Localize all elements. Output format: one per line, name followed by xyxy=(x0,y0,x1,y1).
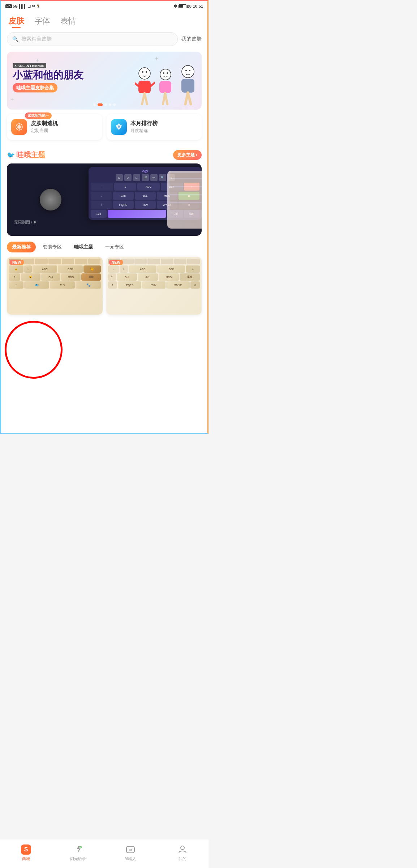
kb-key-ghi: GHI xyxy=(113,192,134,200)
kb-key-1: ' xyxy=(91,183,113,191)
status-left: HD 5G ▌▌▌ ☐ ✉ 🐧 xyxy=(5,4,40,8)
decoration-plus-3: + xyxy=(36,57,39,64)
svg-point-8 xyxy=(160,69,171,80)
ranking-sub: 月度精选 xyxy=(130,128,158,134)
kb-key-space xyxy=(108,210,166,218)
kb-icon-emoji: ☺ xyxy=(124,174,132,181)
kb-icon-pen: ✏ xyxy=(150,174,158,181)
dot-2 xyxy=(98,103,103,106)
keyboard-dark-preview: 无限制图 / ▶ xyxy=(7,163,95,236)
kb-icon-clip: □ xyxy=(133,174,140,181)
svg-point-9 xyxy=(163,72,164,74)
battery: 28 xyxy=(179,4,192,8)
search-area: 🔍 搜索精美皮肤 我的皮肤 xyxy=(1,29,207,49)
character-red xyxy=(135,66,155,110)
keyboard-dark-label: 无限制图 / ▶ xyxy=(14,220,37,225)
banner-title-area: XIAOLAN FRIENDS 小蓝和他的朋友 哇哦主题皮肤合集 xyxy=(13,63,83,93)
more-themes-button[interactable]: 更多主题 › xyxy=(173,150,202,160)
banner-characters xyxy=(108,55,202,110)
banner-dots xyxy=(93,103,116,106)
svg-point-14 xyxy=(182,65,194,78)
svg-line-19 xyxy=(188,93,191,104)
theme-section-header: 🐦 哇哦主题 更多主题 › xyxy=(1,144,207,163)
skin-card-1[interactable]: NEW S 🐱 xyxy=(7,257,103,315)
tab-emoji[interactable]: 表情 xyxy=(60,16,76,26)
phone-frame: HD 5G ▌▌▌ ☐ ✉ 🐧 ✻ 28 10:51 皮肤 字体 表情 🔍 搜索… xyxy=(0,0,208,434)
status-bar: HD 5G ▌▌▌ ☐ ✉ 🐧 ✻ 28 10:51 xyxy=(1,1,207,11)
kb-icon-mic: 🎤 xyxy=(142,174,149,181)
svg-rect-11 xyxy=(159,81,171,93)
dot-4 xyxy=(109,103,111,106)
keyboard-right-thumb xyxy=(167,171,202,229)
svg-point-24 xyxy=(118,125,120,128)
keyboard-preview: 无限制图 / ▶ ·ogy· S ☺ □ 🎤 ✏ 🔍 ∨ ' 1 xyxy=(7,163,202,236)
svg-point-2 xyxy=(146,71,147,73)
banner-title: 小蓝和他的朋友 xyxy=(13,70,83,81)
xiaolan-badge: XIAOLAN FRIENDS xyxy=(13,63,46,68)
title-bird-icon: 🐦 xyxy=(7,151,15,159)
skin-maker-text: 皮肤制造机 定制专属 xyxy=(31,120,58,134)
feature-cards: 试试新功能～ 皮肤制造机 定制专属 xyxy=(7,114,202,140)
kb-icon-s: S xyxy=(116,174,123,181)
kb-key-dot: . xyxy=(91,192,112,200)
feature-card-ranking[interactable]: 本月排行榜 月度精选 xyxy=(107,114,202,140)
kb-key-tuv: TUV xyxy=(135,201,156,209)
skin-grid: NEW S 🐱 xyxy=(1,257,207,351)
feature-card-skin-maker[interactable]: 试试新功能～ 皮肤制造机 定制专属 xyxy=(7,114,102,140)
skin-keyboard-beige: S 🐱 1 ABC DE xyxy=(7,257,103,315)
banner[interactable]: + + + XIAOLAN FRIENDS 小蓝和他的朋友 哇哦主题皮肤合集 xyxy=(7,52,202,110)
skin-maker-icon xyxy=(11,119,27,135)
skin-badge-1: NEW xyxy=(10,260,24,265)
ranking-name: 本月排行榜 xyxy=(130,120,158,127)
ranking-text: 本月排行榜 月度精选 xyxy=(130,120,158,134)
svg-line-6 xyxy=(135,82,138,86)
kb-key-1num: 1 xyxy=(114,183,136,191)
signal-strength: 5G xyxy=(13,4,18,8)
notification-icon: ☐ xyxy=(27,4,31,8)
cat-tab-waowa[interactable]: 哇哦主题 xyxy=(69,242,98,252)
skin-maker-sub: 定制专属 xyxy=(31,128,58,134)
search-icon: 🔍 xyxy=(12,36,18,42)
ranking-icon xyxy=(111,119,127,135)
keyboard-circle-button xyxy=(40,189,61,210)
kb-key-123: 123 xyxy=(91,210,106,218)
mail-icon: ✉ xyxy=(32,4,35,8)
time: 10:51 xyxy=(193,4,203,8)
tab-font[interactable]: 字体 xyxy=(34,16,50,26)
svg-line-7 xyxy=(151,82,155,86)
svg-rect-22 xyxy=(19,123,20,125)
battery-level: 28 xyxy=(187,4,192,8)
theme-title: 🐦 哇哦主题 xyxy=(7,150,45,160)
qq-icon: 🐧 xyxy=(36,4,40,8)
cat-tab-bundle[interactable]: 套装专区 xyxy=(38,242,67,252)
dot-1 xyxy=(93,103,96,106)
waowa-theme-label: 哇哦主题 xyxy=(16,150,45,160)
skin-keyboard-cream: S · 1 ABC DEF × xyxy=(106,257,202,315)
svg-point-16 xyxy=(189,70,190,71)
svg-point-0 xyxy=(139,68,150,79)
status-right: ✻ 28 10:51 xyxy=(174,4,203,9)
cat-tab-1yuan[interactable]: 一元专区 xyxy=(100,242,129,252)
svg-point-21 xyxy=(17,125,21,129)
kb-key-abc: ABC xyxy=(137,183,159,191)
search-placeholder: 搜索精美皮肤 xyxy=(21,36,52,42)
bluetooth-icon: ✻ xyxy=(174,4,177,9)
svg-rect-17 xyxy=(181,79,194,93)
character-pink xyxy=(156,68,175,110)
dot-5 xyxy=(113,103,116,106)
banner-main-title-area: 小蓝和他的朋友 哇哦主题皮肤合集 xyxy=(13,70,83,93)
svg-point-10 xyxy=(167,72,168,74)
search-box[interactable]: 🔍 搜索精美皮肤 xyxy=(7,32,178,46)
svg-point-15 xyxy=(185,70,187,71)
dot-3 xyxy=(104,103,107,106)
my-skin-button[interactable]: 我的皮肤 xyxy=(181,36,202,42)
decoration-plus-2: + xyxy=(10,97,14,103)
skin-maker-name: 皮肤制造机 xyxy=(31,120,58,127)
tab-skin[interactable]: 皮肤 xyxy=(8,16,24,26)
cat-tab-latest[interactable]: 最新推荐 xyxy=(7,242,36,252)
skin-card-2[interactable]: NEW S · 1 xyxy=(106,257,202,315)
category-tabs: 最新推荐 套装专区 哇哦主题 一元专区 xyxy=(1,242,207,252)
hd-badge: HD xyxy=(5,4,12,8)
svg-line-13 xyxy=(165,93,167,104)
kb-key-jkl: JKL xyxy=(135,192,156,200)
